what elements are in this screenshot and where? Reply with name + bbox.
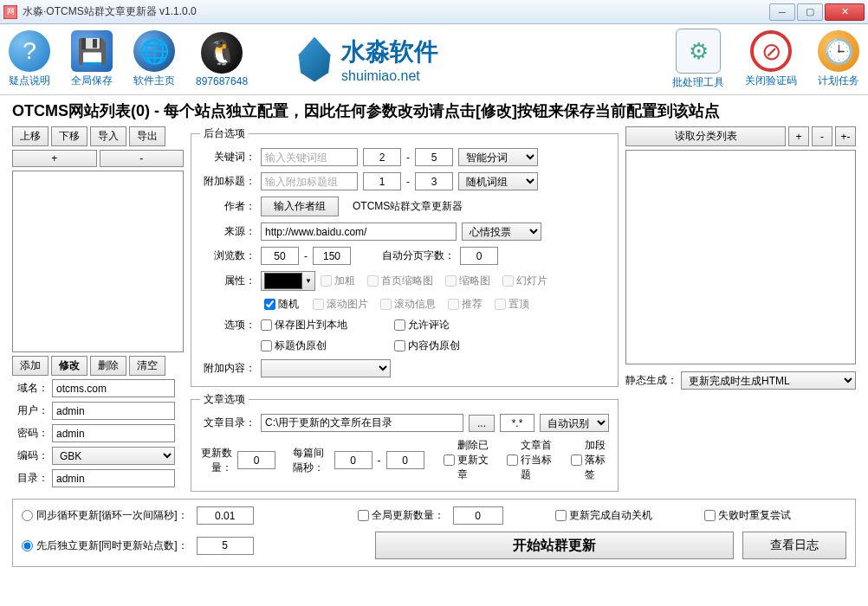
- global-count-input[interactable]: [453, 506, 503, 525]
- help-button[interactable]: ?疑点说明: [9, 30, 50, 88]
- site-plus-button[interactable]: +: [12, 150, 97, 167]
- keyword-max-input[interactable]: [415, 148, 453, 166]
- author-label: 作者：: [200, 199, 256, 214]
- schedule-button[interactable]: 🕒计划任务: [818, 30, 859, 88]
- sequential-radio[interactable]: 先后独立更新[同时更新站点数]：: [22, 538, 188, 553]
- qq-button[interactable]: 🐧897687648: [196, 32, 248, 87]
- sync-loop-radio[interactable]: 同步循环更新[循环一次间隔秒]：: [22, 508, 188, 523]
- random-checkbox[interactable]: 随机: [264, 297, 299, 312]
- cat-minus-button[interactable]: -: [812, 126, 832, 146]
- gear-icon: ⚙: [676, 29, 721, 74]
- dir-input[interactable]: [52, 469, 175, 487]
- extra-content-select[interactable]: [261, 359, 391, 377]
- sync-interval-input[interactable]: [197, 506, 254, 525]
- update-count-input[interactable]: [237, 451, 275, 469]
- static-gen-select[interactable]: 更新完成时生成HTML: [681, 371, 856, 390]
- views-max-input[interactable]: [313, 247, 351, 265]
- thumb-checkbox[interactable]: 缩略图: [445, 274, 490, 288]
- cat-plus-button[interactable]: +: [788, 126, 809, 146]
- extra-title-input[interactable]: [261, 172, 358, 190]
- article-legend: 文章选项: [200, 392, 249, 407]
- fake-content-checkbox[interactable]: 内容伪原创: [394, 338, 460, 353]
- article-fieldset: 文章选项 文章目录： ... 自动识别 更新数量： 每篇间隔秒： - 删除已更新…: [191, 392, 619, 492]
- edit-site-button[interactable]: 修改: [51, 356, 87, 376]
- help-icon: ?: [9, 30, 50, 72]
- allow-comment-checkbox[interactable]: 允许评论: [394, 318, 450, 332]
- move-down-button[interactable]: 下移: [51, 126, 87, 146]
- author-group-button[interactable]: 输入作者组: [261, 197, 339, 216]
- start-update-button[interactable]: 开始站群更新: [375, 532, 734, 559]
- homepage-button[interactable]: 🌐软件主页: [133, 30, 175, 88]
- home-thumb-checkbox[interactable]: 首页缩略图: [367, 274, 433, 288]
- delete-site-button[interactable]: 删除: [90, 356, 126, 376]
- app-icon: 网: [3, 5, 17, 19]
- encoding-select[interactable]: GBK: [52, 447, 175, 465]
- title-max-input[interactable]: [415, 172, 453, 190]
- domain-input[interactable]: [52, 379, 175, 397]
- category-listbox[interactable]: [625, 150, 856, 364]
- keyword-min-input[interactable]: [363, 148, 401, 166]
- keyword-label: 关键词：: [200, 150, 256, 164]
- delete-updated-checkbox[interactable]: 删除已更新文章: [444, 438, 494, 482]
- gap-label: 每篇间隔秒：: [293, 446, 329, 475]
- batch-tool-button[interactable]: ⚙批处理工具: [672, 29, 724, 90]
- minimize-button[interactable]: ─: [769, 3, 795, 21]
- stop-icon: ⊘: [750, 30, 792, 72]
- slide-checkbox[interactable]: 幻灯片: [502, 274, 547, 288]
- view-log-button[interactable]: 查看日志: [742, 532, 846, 559]
- keyword-mode-select[interactable]: 智能分词: [458, 148, 538, 166]
- title-mode-select[interactable]: 随机词组: [458, 172, 538, 190]
- recommend-checkbox[interactable]: 推荐: [448, 297, 483, 312]
- export-button[interactable]: 导出: [129, 126, 165, 146]
- author-value: OTCMS站群文章更新器: [353, 199, 463, 214]
- add-site-button[interactable]: 添加: [12, 356, 49, 376]
- close-button[interactable]: ✕: [825, 3, 865, 21]
- firstline-title-checkbox[interactable]: 文章首行当标题: [507, 438, 557, 482]
- brand-logo: 水淼软件shuimiao.net: [295, 35, 438, 84]
- scroll-img-checkbox[interactable]: 滚动图片: [313, 297, 368, 312]
- views-min-input[interactable]: [261, 247, 299, 265]
- article-dir-input[interactable]: [261, 414, 463, 432]
- source-mode-select[interactable]: 心情投票: [462, 222, 541, 241]
- user-input[interactable]: [52, 402, 175, 420]
- ext-input[interactable]: [500, 414, 534, 432]
- scroll-info-checkbox[interactable]: 滚动信息: [380, 297, 436, 312]
- browse-dir-button[interactable]: ...: [469, 415, 495, 432]
- read-categories-button[interactable]: 读取分类列表: [625, 126, 786, 146]
- auto-shutdown-checkbox[interactable]: 更新完成自动关机: [555, 508, 652, 523]
- paragraph-tag-checkbox[interactable]: 加段落标签: [571, 438, 609, 482]
- color-swatch: [264, 273, 302, 289]
- color-select[interactable]: ▼: [261, 271, 315, 291]
- parallel-sites-input[interactable]: [197, 537, 254, 555]
- auto-detect-select[interactable]: 自动识别: [540, 414, 609, 432]
- retry-on-fail-checkbox[interactable]: 失败时重复尝试: [704, 508, 791, 523]
- top-checkbox[interactable]: 置顶: [495, 297, 529, 312]
- save-all-button[interactable]: 💾全局保存: [71, 30, 113, 88]
- cat-pm-button[interactable]: +-: [835, 126, 856, 146]
- chevron-down-icon: ▼: [305, 277, 312, 285]
- clear-sites-button[interactable]: 清空: [129, 356, 165, 376]
- password-input[interactable]: [52, 424, 175, 442]
- title-min-input[interactable]: [363, 172, 401, 190]
- source-input[interactable]: [261, 222, 457, 241]
- autopage-input[interactable]: [460, 247, 498, 265]
- maximize-button[interactable]: ▢: [797, 3, 823, 21]
- extra-title-label: 附加标题：: [200, 174, 256, 189]
- fake-title-checkbox[interactable]: 标题伪原创: [261, 338, 327, 353]
- article-dir-label: 文章目录：: [200, 416, 256, 430]
- save-img-checkbox[interactable]: 保存图片到本地: [261, 318, 347, 332]
- keyword-input[interactable]: [261, 148, 358, 166]
- brand-drop-icon: [295, 37, 334, 82]
- bold-checkbox[interactable]: 加粗: [321, 274, 355, 288]
- instruction-text: OTCMS网站列表(0) - 每个站点独立配置，因此任何参数改动请点击[修改]按…: [0, 95, 868, 126]
- close-captcha-button[interactable]: ⊘关闭验证码: [745, 30, 797, 88]
- gap-max-input[interactable]: [386, 451, 424, 469]
- global-count-checkbox[interactable]: 全局更新数量：: [358, 508, 444, 523]
- move-up-button[interactable]: 上移: [12, 126, 49, 146]
- site-minus-button[interactable]: -: [100, 150, 185, 167]
- user-label: 用户：: [12, 403, 49, 418]
- site-listbox[interactable]: [12, 171, 184, 352]
- import-button[interactable]: 导入: [90, 126, 126, 146]
- gap-min-input[interactable]: [334, 451, 372, 469]
- autopage-label: 自动分页字数：: [382, 248, 455, 263]
